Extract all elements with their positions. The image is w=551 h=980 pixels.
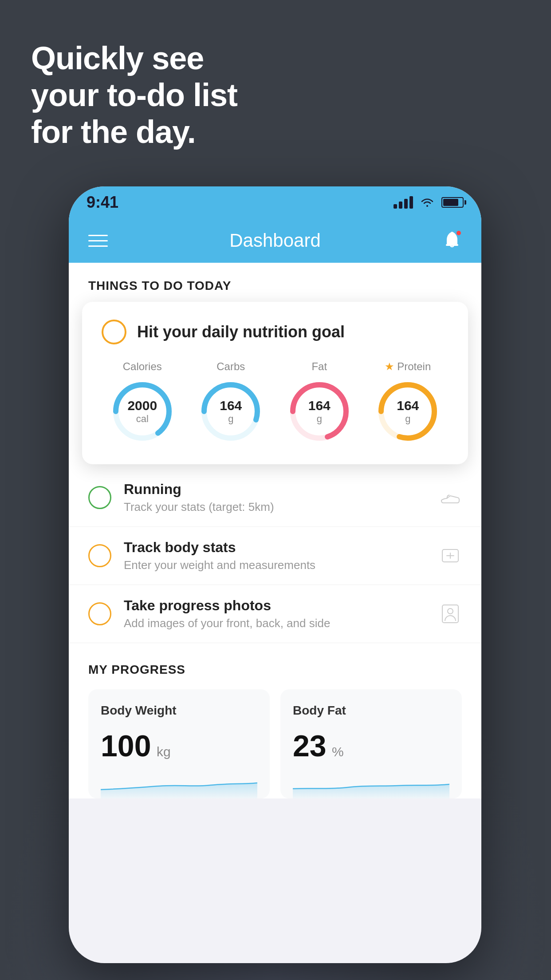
todo-title-running: Running — [124, 481, 426, 498]
wifi-icon — [420, 197, 434, 208]
hero-text: Quickly see your to-do list for the day. — [31, 40, 237, 150]
hero-line3: for the day. — [31, 114, 237, 150]
body-fat-value: 23 — [293, 729, 327, 763]
todo-list: Running Track your stats (target: 5km) T… — [69, 469, 481, 643]
todo-title-progress-photos: Take progress photos — [124, 597, 426, 614]
hero-line1: Quickly see — [31, 40, 237, 77]
body-fat-unit: % — [332, 744, 344, 759]
body-weight-card[interactable]: Body Weight 100 kg — [88, 689, 270, 798]
macro-circle-calories: 2000cal — [109, 378, 176, 445]
notification-dot — [456, 230, 462, 236]
macros-row: Calories 2000calCarbs 164gFat 164g★Prote… — [102, 360, 449, 445]
body-weight-chart — [101, 772, 257, 798]
my-progress-title: MY PROGRESS — [88, 663, 462, 677]
todo-title-body-stats: Track body stats — [124, 539, 426, 556]
todo-circle-progress-photos — [88, 602, 111, 625]
notification-bell-icon[interactable] — [442, 230, 462, 251]
macro-circle-protein: 164g — [374, 378, 441, 445]
status-time: 9:41 — [87, 193, 118, 212]
header-title: Dashboard — [229, 230, 320, 251]
nutrition-card[interactable]: Hit your daily nutrition goal Calories 2… — [82, 302, 468, 464]
battery-icon — [441, 197, 464, 208]
app-header: Dashboard — [69, 218, 481, 263]
things-to-do-header: THINGS TO DO TODAY — [69, 263, 481, 302]
nutrition-card-title: Hit your daily nutrition goal — [137, 323, 345, 341]
body-fat-card-title: Body Fat — [293, 703, 449, 718]
status-bar: 9:41 — [69, 186, 481, 218]
body-weight-unit: kg — [157, 744, 171, 759]
body-fat-chart — [293, 772, 449, 798]
todo-item-body-stats[interactable]: Track body stats Enter your weight and m… — [69, 527, 481, 585]
nutrition-check-circle — [102, 320, 126, 344]
star-icon: ★ — [385, 360, 394, 373]
macro-calories: Calories 2000cal — [109, 360, 176, 445]
body-weight-card-title: Body Weight — [101, 703, 257, 718]
my-progress-section: MY PROGRESS Body Weight 100 kg — [69, 643, 481, 798]
body-weight-value: 100 — [101, 729, 151, 763]
status-icons — [394, 196, 464, 209]
todo-circle-running — [88, 486, 111, 509]
todo-subtitle-body-stats: Enter your weight and measurements — [124, 558, 426, 572]
todo-item-running[interactable]: Running Track your stats (target: 5km) — [69, 469, 481, 527]
hero-line2: your to-do list — [31, 77, 237, 114]
macro-circle-fat: 164g — [286, 378, 353, 445]
todo-item-progress-photos[interactable]: Take progress photos Add images of your … — [69, 585, 481, 643]
todo-subtitle-running: Track your stats (target: 5km) — [124, 500, 426, 514]
macro-fat: Fat 164g — [286, 360, 353, 445]
shoe-icon — [439, 486, 462, 509]
todo-circle-body-stats — [88, 544, 111, 567]
svg-point-11 — [448, 609, 453, 614]
todo-subtitle-progress-photos: Add images of your front, back, and side — [124, 616, 426, 630]
macro-protein: ★Protein 164g — [374, 360, 441, 445]
nutrition-card-title-row: Hit your daily nutrition goal — [102, 320, 449, 344]
progress-cards-row: Body Weight 100 kg — [88, 689, 462, 798]
body-fat-card[interactable]: Body Fat 23 % — [280, 689, 462, 798]
menu-icon[interactable] — [88, 235, 108, 247]
scale-icon — [439, 544, 462, 567]
macro-circle-carbs: 164g — [197, 378, 264, 445]
person-icon — [439, 602, 462, 625]
svg-rect-0 — [446, 244, 458, 246]
macro-carbs: Carbs 164g — [197, 360, 264, 445]
phone-mockup: 9:41 Dashboard — [69, 186, 481, 963]
signal-icon — [394, 196, 413, 209]
